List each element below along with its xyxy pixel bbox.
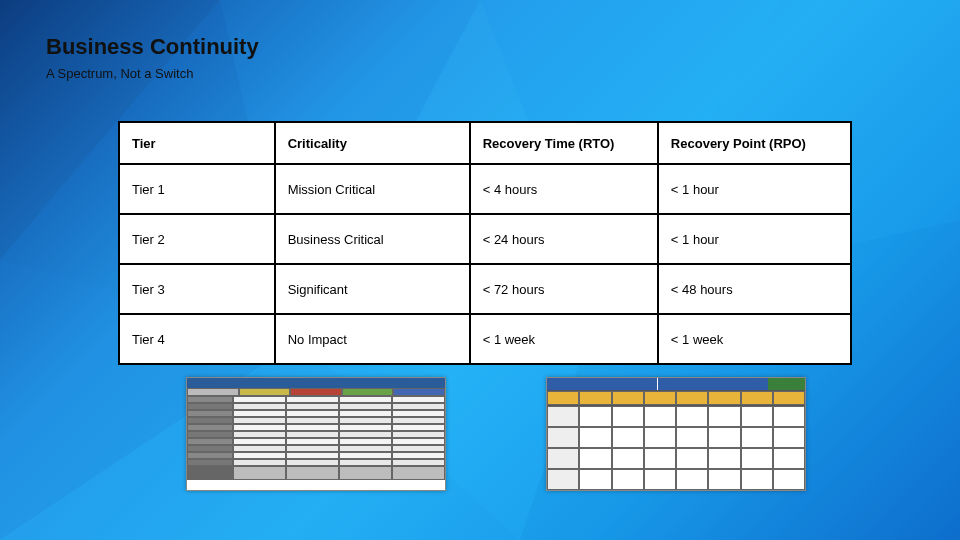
- cell-tier: Tier 2: [119, 214, 275, 264]
- cell-rto: < 1 week: [470, 314, 658, 364]
- cell-rto: < 4 hours: [470, 164, 658, 214]
- cell-rto: < 72 hours: [470, 264, 658, 314]
- cell-criticality: Mission Critical: [275, 164, 470, 214]
- tier-table-container: Tier Criticality Recovery Time (RTO) Rec…: [118, 121, 852, 365]
- slide-title: Business Continuity: [46, 34, 914, 60]
- slide-subtitle: A Spectrum, Not a Switch: [46, 66, 914, 81]
- tier-table: Tier Criticality Recovery Time (RTO) Rec…: [118, 121, 852, 365]
- col-header-criticality: Criticality: [275, 122, 470, 164]
- cell-tier: Tier 3: [119, 264, 275, 314]
- col-header-rto: Recovery Time (RTO): [470, 122, 658, 164]
- col-header-tier: Tier: [119, 122, 275, 164]
- cell-rpo: < 48 hours: [658, 264, 851, 314]
- table-row: Tier 1 Mission Critical < 4 hours < 1 ho…: [119, 164, 851, 214]
- table-row: Tier 2 Business Critical < 24 hours < 1 …: [119, 214, 851, 264]
- slide: Business Continuity A Spectrum, Not a Sw…: [0, 0, 960, 540]
- recovery-schedule-thumbnail: [546, 377, 806, 491]
- cell-criticality: Business Critical: [275, 214, 470, 264]
- cell-criticality: No Impact: [275, 314, 470, 364]
- cell-criticality: Significant: [275, 264, 470, 314]
- col-header-rpo: Recovery Point (RPO): [658, 122, 851, 164]
- table-row: Tier 4 No Impact < 1 week < 1 week: [119, 314, 851, 364]
- bia-matrix-thumbnail: [186, 377, 446, 491]
- cell-tier: Tier 4: [119, 314, 275, 364]
- cell-rpo: < 1 hour: [658, 164, 851, 214]
- cell-rpo: < 1 hour: [658, 214, 851, 264]
- thumbnail-row: [186, 377, 914, 491]
- table-row: Tier 3 Significant < 72 hours < 48 hours: [119, 264, 851, 314]
- cell-rpo: < 1 week: [658, 314, 851, 364]
- table-header-row: Tier Criticality Recovery Time (RTO) Rec…: [119, 122, 851, 164]
- cell-rto: < 24 hours: [470, 214, 658, 264]
- cell-tier: Tier 1: [119, 164, 275, 214]
